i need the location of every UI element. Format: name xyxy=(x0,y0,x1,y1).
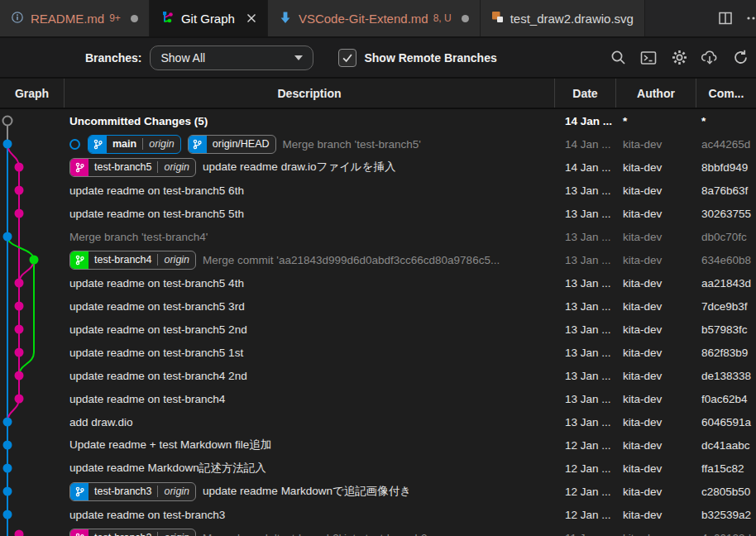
commit-row[interactable]: update readme on test-branch5 5th13 Jan … xyxy=(0,202,756,225)
branch-icon xyxy=(189,136,207,153)
tab-readme-md[interactable]: README.md9+ xyxy=(0,0,150,36)
commit-message: update readme on test-branch5 6th xyxy=(69,184,244,197)
column-header-graph[interactable]: Graph xyxy=(0,79,65,108)
settings-gear-icon[interactable] xyxy=(670,49,688,67)
commit-author: kita-dev xyxy=(616,439,696,452)
commit-hash: 8bbfd949 xyxy=(696,161,756,174)
commit-author: kita-dev xyxy=(616,393,696,405)
commit-author: kita-dev xyxy=(616,231,696,243)
commit-row[interactable]: update readme on test-branch5 4th13 Jan … xyxy=(0,271,756,294)
commit-row[interactable]: test-branch5originupdate readme draw.ioフ… xyxy=(0,156,756,179)
commit-row[interactable]: test-branch3originupdate readme Markdown… xyxy=(0,480,756,503)
commit-message: update readme on test-branch5 3rd xyxy=(69,300,245,313)
branch-badge-test-branch5[interactable]: test-branch5origin xyxy=(69,158,196,177)
column-header-date[interactable]: Date xyxy=(555,79,616,108)
tab-status-suffix: 8, U xyxy=(433,12,452,24)
commit-table-body: Uncommitted Changes (5)14 Jan ...**maino… xyxy=(0,109,756,536)
commit-message: update readme on test-branch4 2nd xyxy=(69,370,247,382)
column-header-commit[interactable]: Com... xyxy=(696,79,756,108)
commit-row[interactable]: update readme on test-branch413 Jan ...k… xyxy=(0,387,756,410)
commit-row[interactable]: update readme on test-branch5 6th13 Jan … xyxy=(0,179,756,202)
uncommitted-node[interactable] xyxy=(3,117,12,126)
commit-row[interactable]: test-branch4originMerge commit 'aa21843d… xyxy=(0,248,756,271)
commit-date: 13 Jan ... xyxy=(555,370,616,382)
close-icon[interactable] xyxy=(246,13,256,23)
cloud-download-icon[interactable] xyxy=(701,49,719,67)
commit-row[interactable]: Update readme + test Markdown file追加12 J… xyxy=(0,433,756,457)
commit-row[interactable]: update readme on test-branch5 1st13 Jan … xyxy=(0,341,756,364)
commit-author: kita-dev xyxy=(616,532,696,536)
commit-message: update readme on test-branch5 2nd xyxy=(69,323,247,336)
commit-row[interactable]: test-branch2originMerge branch 'test-bra… xyxy=(0,526,756,536)
commit-date: 11 Jan ... xyxy=(555,532,616,536)
branch-badge-origin-head[interactable]: origin/HEAD xyxy=(188,135,276,154)
branch-filter-value: Show All xyxy=(160,51,294,65)
commit-author: kita-dev xyxy=(616,138,696,151)
tab-git-graph[interactable]: Git Graph xyxy=(150,0,268,36)
branch-badge-test-branch3[interactable]: test-branch3origin xyxy=(69,482,196,501)
commit-date: 13 Jan ... xyxy=(555,347,616,359)
commit-description-cell: update readme on test-branch5 1st xyxy=(65,347,555,359)
commit-hash: c2805b50 xyxy=(696,486,756,498)
branch-badge-main[interactable]: mainorigin xyxy=(88,135,181,154)
commit-author: * xyxy=(616,115,696,127)
commit-description-cell: update readme on test-branch4 2nd xyxy=(65,370,555,382)
branch-name: main xyxy=(107,138,142,150)
show-remote-branches-checkbox[interactable] xyxy=(338,49,356,67)
commit-row[interactable]: mainoriginorigin/HEADMerge branch 'test-… xyxy=(0,132,756,156)
commit-message: update readme Markdown記述方法記入 xyxy=(69,461,266,476)
commit-row[interactable]: update readme on test-branch4 2nd13 Jan … xyxy=(0,364,756,387)
column-header-description[interactable]: Description xyxy=(65,79,555,108)
commit-description-cell: Update readme + test Markdown file追加 xyxy=(65,438,555,452)
commit-row[interactable]: add draw.dio13 Jan ...kita-dev6046591a xyxy=(0,410,756,433)
remote-name: origin xyxy=(142,138,180,150)
column-header-author[interactable]: Author xyxy=(616,79,696,108)
commit-message: update readme draw.ioファイルを挿入 xyxy=(203,160,395,175)
remote-name: origin xyxy=(157,486,195,497)
commit-date: 13 Jan ... xyxy=(555,323,616,336)
commit-message: Uncommitted Changes (5) xyxy=(69,115,208,127)
split-editor-icon[interactable] xyxy=(716,9,734,27)
commit-message: update readme on test-branch3 xyxy=(69,509,225,521)
commit-description-cell: test-branch3originupdate readme Markdown… xyxy=(65,482,555,501)
commit-hash: 8a76b63f xyxy=(696,184,756,197)
modified-dot-icon[interactable] xyxy=(131,15,138,22)
branch-badge-test-branch4[interactable]: test-branch4origin xyxy=(69,251,196,270)
editor-actions xyxy=(708,0,756,36)
commit-author: kita-dev xyxy=(616,300,696,313)
branch-badge-test-branch2[interactable]: test-branch2origin xyxy=(69,529,196,536)
commit-author: kita-dev xyxy=(616,277,696,290)
commit-date: 13 Jan ... xyxy=(555,300,616,313)
commit-row[interactable]: update readme on test-branch312 Jan ...k… xyxy=(0,503,756,526)
commit-date: 14 Jan ... xyxy=(555,161,616,174)
commit-date: 13 Jan ... xyxy=(555,416,616,428)
tab-vscode-git-extend-md[interactable]: VSCode-Git-Extend.md8, U xyxy=(268,0,481,36)
commit-row[interactable]: update readme on test-branch5 2nd13 Jan … xyxy=(0,318,756,341)
drawio-icon xyxy=(491,11,504,26)
more-actions-icon[interactable] xyxy=(744,9,756,27)
commit-date: 12 Jan ... xyxy=(555,486,616,498)
terminal-icon[interactable] xyxy=(639,49,658,67)
markdown-icon xyxy=(279,11,292,26)
commit-message: update readme on test-branch5 1st xyxy=(69,347,243,359)
commit-row[interactable]: update readme on test-branch5 3rd13 Jan … xyxy=(0,294,756,318)
show-remote-branches-label: Show Remote Branches xyxy=(364,51,496,65)
tab-status-suffix: 9+ xyxy=(109,12,121,24)
commit-row[interactable]: update readme Markdown記述方法記入12 Jan ...ki… xyxy=(0,457,756,480)
commit-hash: dc41aabc xyxy=(696,439,756,452)
tab-test-draw2-drawio-svg[interactable]: test_draw2.drawio.svg xyxy=(481,0,645,36)
commit-hash: 634e60b8 xyxy=(696,254,756,266)
checked-out-ring-icon xyxy=(69,139,80,150)
modified-dot-icon[interactable] xyxy=(462,15,469,22)
uncommitted-changes-row[interactable]: Uncommitted Changes (5)14 Jan ...** xyxy=(0,109,756,132)
commit-date: 13 Jan ... xyxy=(555,231,616,243)
refresh-icon[interactable] xyxy=(731,49,749,67)
branch-filter-dropdown[interactable]: Show All xyxy=(150,45,313,70)
commit-date: 13 Jan ... xyxy=(555,208,616,220)
search-icon[interactable] xyxy=(609,49,627,67)
commit-message: update readme on test-branch5 5th xyxy=(69,208,244,220)
commit-message: update readme on test-branch5 4th xyxy=(69,277,244,290)
remote-name: origin xyxy=(157,161,195,173)
commit-description-cell: Uncommitted Changes (5) xyxy=(65,115,555,127)
commit-row[interactable]: Merge branch 'test-branch4'13 Jan ...kit… xyxy=(0,225,756,248)
